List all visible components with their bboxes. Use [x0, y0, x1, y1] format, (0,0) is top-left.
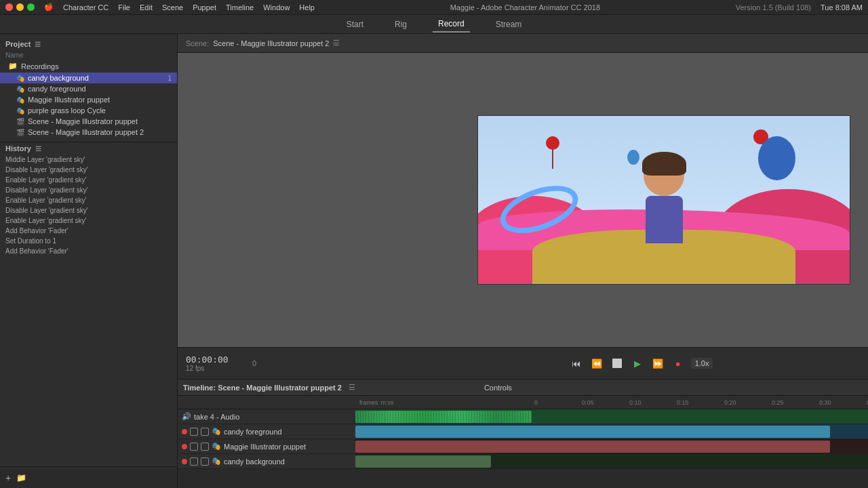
history-item-8[interactable]: Set Duration to 1	[0, 236, 177, 246]
candy-fg-solo[interactable]	[201, 428, 209, 436]
character	[644, 155, 684, 243]
maximize-button[interactable]	[27, 3, 35, 11]
track-row-audio: 🔊 take 4 - Audio	[178, 409, 868, 424]
candy-bg-vis[interactable]	[190, 458, 198, 466]
candy-bg-track-controls: 🎭 candy background	[178, 454, 355, 468]
close-button[interactable]	[5, 3, 13, 11]
candy-foreground-item[interactable]: 🎭 candy foreground	[0, 83, 177, 94]
tab-rig[interactable]: Rig	[389, 17, 412, 32]
candy-fg-content	[355, 424, 868, 439]
canvas-area	[178, 53, 868, 347]
menu-edit[interactable]: Edit	[140, 3, 153, 12]
ruler-mark-4: 0:20	[723, 399, 770, 406]
app-name-label: Character CC	[63, 3, 108, 12]
purple-grass-label: purple grass loop Cycle	[28, 106, 172, 115]
frame-back-button[interactable]: ⏪	[589, 356, 604, 371]
track-row-maggie: 🎭 Maggie Illustrator puppet	[178, 439, 868, 454]
candy-red-left	[546, 136, 559, 150]
scene-header: Scene: Scene - Maggie Illustrator puppet…	[178, 34, 868, 53]
window-controls	[5, 3, 35, 11]
play-button[interactable]: ▶	[630, 356, 645, 371]
purple-grass-item[interactable]: 🎭 purple grass loop Cycle	[0, 105, 177, 116]
minimize-button[interactable]	[16, 3, 24, 11]
history-item-2[interactable]: Enable Layer 'gradient sky'	[0, 175, 177, 185]
scene-maggie-2-label: Scene - Maggie Illustrator puppet 2	[28, 128, 172, 136]
menu-file[interactable]: File	[118, 3, 130, 12]
character-torso	[646, 196, 683, 243]
scene-name[interactable]: Scene - Maggie Illustrator puppet 2	[213, 39, 329, 47]
history-item-0[interactable]: Middle Layer 'gradient sky'	[0, 155, 177, 165]
candy-fg-track-controls: 🎭 candy foreground	[178, 424, 355, 439]
menu-timeline[interactable]: Timeline	[226, 3, 254, 12]
ruler-mark-7: 0:35	[865, 399, 868, 406]
menu-bar: 🍎 Character CC File Edit Scene Puppet Ti…	[0, 0, 868, 15]
candy-fg-icon: 🎭	[212, 427, 221, 436]
candy-bg-solo[interactable]	[201, 458, 209, 466]
history-item-7[interactable]: Add Behavior 'Fader'	[0, 226, 177, 236]
scene-menu-icon[interactable]: ☰	[333, 39, 340, 47]
history-label: History	[5, 144, 31, 152]
menu-apple[interactable]: 🍎	[44, 3, 54, 12]
history-section: History ☰ Middle Layer 'gradient sky' Di…	[0, 142, 177, 466]
tab-record[interactable]: Record	[433, 16, 470, 33]
purple-grass-puppet-icon: 🎭	[16, 107, 24, 115]
audio-waveform	[355, 411, 532, 423]
project-label: Project	[5, 40, 31, 48]
history-menu-icon[interactable]: ☰	[35, 145, 41, 152]
history-item-1[interactable]: Disable Layer 'gradient sky'	[0, 165, 177, 175]
timeline-header: Timeline: Scene - Maggie Illustrator pup…	[178, 380, 868, 396]
maggie-track-controls: 🎭 Maggie Illustrator puppet	[178, 439, 355, 453]
track-row-candy-fg: 🎭 candy foreground	[178, 424, 868, 439]
tab-start[interactable]: Start	[341, 17, 369, 32]
left-panel-folder-icon[interactable]: 📁	[16, 473, 26, 483]
maggie-puppet-icon: 🎭	[16, 96, 24, 104]
center-area: Scene: Scene - Maggie Illustrator puppet…	[178, 34, 868, 488]
controls-label: Controls	[484, 384, 512, 392]
left-panel-add-icon[interactable]: +	[5, 472, 11, 483]
scene-maggie-label: Scene - Maggie Illustrator puppet	[28, 117, 172, 125]
timeline-title: Timeline: Scene - Maggie Illustrator pup…	[183, 384, 342, 392]
maggie-solo[interactable]	[201, 443, 209, 451]
candy-fg-vis[interactable]	[190, 428, 198, 436]
stop-icon	[612, 359, 622, 368]
project-menu-icon[interactable]: ☰	[35, 41, 41, 48]
balloon-blue-big	[758, 136, 795, 180]
maggie-puppet-item[interactable]: 🎭 Maggie Illustrator puppet	[0, 94, 177, 105]
mss-label: m:ss	[381, 399, 394, 406]
menu-scene[interactable]: Scene	[162, 3, 183, 12]
frames-label: frames	[359, 399, 378, 406]
ruler-mark-5: 0:25	[770, 399, 818, 406]
history-item-5[interactable]: Disable Layer 'gradient sky'	[0, 205, 177, 216]
history-item-4[interactable]: Enable Layer 'gradient sky'	[0, 195, 177, 205]
tab-stream[interactable]: Stream	[490, 17, 528, 32]
character-head	[644, 155, 684, 196]
maggie-vis-dot	[182, 444, 187, 449]
timeline-section: Timeline: Scene - Maggie Illustrator pup…	[178, 380, 868, 488]
project-name-col: Name	[0, 50, 177, 60]
maggie-icon: 🎭	[212, 442, 221, 451]
menu-help[interactable]: Help	[299, 3, 315, 12]
scene-maggie-item[interactable]: 🎬 Scene - Maggie Illustrator puppet	[0, 116, 177, 127]
fps-display: 12 fps	[186, 365, 247, 372]
record-button[interactable]: ●	[671, 356, 686, 371]
menu-window[interactable]: Window	[263, 3, 290, 12]
maggie-bar	[355, 441, 830, 453]
project-section: Project ☰ Name Recordings 🎭 candy backgr…	[0, 34, 177, 142]
frame-forward-button[interactable]: ⏩	[650, 356, 665, 371]
timeline-menu-icon[interactable]: ☰	[349, 383, 355, 392]
skip-back-button[interactable]: ⏮	[569, 356, 584, 371]
stop-button[interactable]	[610, 356, 625, 371]
history-item-6[interactable]: Enable Layer 'gradient sky'	[0, 216, 177, 226]
ruler-mark-1: 0:05	[580, 399, 628, 406]
recordings-item[interactable]: Recordings	[0, 60, 177, 73]
scene-maggie-2-item[interactable]: 🎬 Scene - Maggie Illustrator puppet 2	[0, 127, 177, 138]
candy-background-item[interactable]: 🎭 candy background 1	[0, 73, 177, 83]
history-item-3[interactable]: Disable Layer 'gradient sky'	[0, 185, 177, 195]
menu-time: Tue 8:08 AM	[821, 3, 863, 12]
maggie-vis[interactable]	[190, 443, 198, 451]
ruler-mark-2: 0:10	[628, 399, 675, 406]
ruler-mark-0: 0	[533, 399, 580, 406]
history-item-9[interactable]: Add Behavior 'Fader'	[0, 246, 177, 256]
menu-puppet[interactable]: Puppet	[193, 3, 216, 12]
speed-display[interactable]: 1.0x	[691, 358, 713, 369]
